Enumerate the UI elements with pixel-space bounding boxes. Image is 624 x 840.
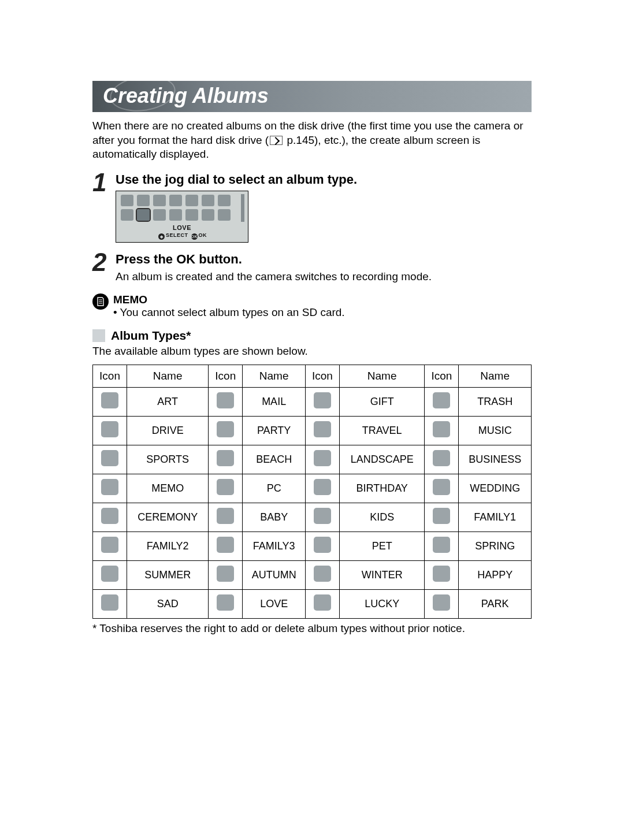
col-header: Name bbox=[243, 365, 306, 388]
col-header: Name bbox=[459, 365, 532, 388]
section-header: Album Types* bbox=[92, 327, 532, 343]
album-icon-cell bbox=[425, 503, 459, 532]
memo-icon bbox=[92, 293, 109, 310]
lcd-ok-label: OK bbox=[199, 232, 207, 238]
album-name-cell: PET bbox=[340, 532, 425, 561]
album-icon-cell bbox=[209, 561, 243, 590]
album-name-cell: LUCKY bbox=[340, 590, 425, 619]
album-icon-cell bbox=[305, 503, 339, 532]
album-type-icon bbox=[433, 450, 450, 466]
album-type-icon bbox=[153, 209, 166, 221]
album-icon-cell bbox=[93, 503, 127, 532]
album-icon-cell bbox=[93, 561, 127, 590]
col-header: Icon bbox=[93, 365, 127, 388]
page-reference-arrow-icon bbox=[270, 136, 283, 145]
album-icon-cell bbox=[209, 445, 243, 474]
album-type-icon bbox=[433, 537, 450, 553]
table-row: FAMILY2FAMILY3PETSPRING bbox=[93, 532, 532, 561]
memo-label: MEMO bbox=[113, 293, 345, 306]
album-icon-cell bbox=[305, 417, 339, 445]
album-type-icon bbox=[185, 195, 198, 206]
col-header: Icon bbox=[305, 365, 339, 388]
album-type-icon bbox=[185, 209, 198, 221]
album-name-cell: GIFT bbox=[340, 388, 425, 417]
album-icon-cell bbox=[93, 590, 127, 619]
album-type-icon bbox=[101, 479, 118, 495]
album-name-cell: BIRTHDAY bbox=[340, 474, 425, 503]
album-icon-cell bbox=[305, 561, 339, 590]
album-type-icon bbox=[314, 594, 331, 611]
album-type-icon bbox=[202, 209, 214, 221]
album-type-icon bbox=[217, 450, 234, 466]
album-name-cell: WEDDING bbox=[459, 474, 532, 503]
album-type-icon bbox=[169, 209, 182, 221]
lcd-controls-hint: ◆SELECT OKOK bbox=[121, 232, 243, 240]
album-icon-cell bbox=[425, 445, 459, 474]
table-footnote: * Toshiba reserves the right to add or d… bbox=[92, 622, 532, 635]
album-icon-cell bbox=[209, 388, 243, 417]
album-type-icon bbox=[314, 479, 331, 495]
intro-text: When there are no created albums on the … bbox=[92, 119, 532, 162]
ok-button-icon: OK bbox=[191, 233, 198, 240]
album-icon-cell bbox=[305, 590, 339, 619]
table-row: SADLOVELUCKYPARK bbox=[93, 590, 532, 619]
section-marker-icon bbox=[92, 329, 105, 342]
album-name-cell: MUSIC bbox=[459, 417, 532, 445]
album-type-icon bbox=[217, 508, 234, 524]
section-intro: The available album types are shown belo… bbox=[92, 345, 532, 358]
album-name-cell: PC bbox=[243, 474, 306, 503]
album-icon-cell bbox=[425, 590, 459, 619]
album-icon-cell bbox=[209, 474, 243, 503]
album-name-cell: BUSINESS bbox=[459, 445, 532, 474]
album-type-icon bbox=[433, 566, 450, 582]
table-header-row: Icon Name Icon Name Icon Name Icon Name bbox=[93, 365, 532, 388]
album-type-icon bbox=[137, 195, 150, 206]
album-name-cell: HAPPY bbox=[459, 561, 532, 590]
album-type-icon bbox=[101, 566, 118, 582]
album-icon-cell bbox=[93, 417, 127, 445]
album-icon-cell bbox=[425, 561, 459, 590]
album-type-icon bbox=[433, 479, 450, 495]
album-name-cell: FAMILY3 bbox=[243, 532, 306, 561]
step-title: Press the OK button. bbox=[116, 252, 532, 267]
lcd-select-label: SELECT bbox=[166, 232, 188, 238]
section-title: Album Types* bbox=[111, 329, 191, 343]
album-icon-cell bbox=[93, 445, 127, 474]
col-header: Name bbox=[127, 365, 209, 388]
memo-block: MEMO • You cannot select album types on … bbox=[92, 293, 532, 319]
jog-dial-icon: ◆ bbox=[158, 233, 165, 240]
album-icon-cell bbox=[209, 417, 243, 445]
lcd-selected-label: LOVE bbox=[121, 224, 243, 231]
lcd-icon-grid bbox=[121, 195, 243, 221]
col-header: Icon bbox=[209, 365, 243, 388]
album-type-icon bbox=[217, 479, 234, 495]
table-row: CEREMONYBABYKIDSFAMILY1 bbox=[93, 503, 532, 532]
album-type-icon bbox=[433, 421, 450, 437]
album-type-icon bbox=[433, 508, 450, 524]
table-row: SPORTSBEACHLANDSCAPEBUSINESS bbox=[93, 445, 532, 474]
album-name-cell: FAMILY2 bbox=[127, 532, 209, 561]
lcd-preview: LOVE ◆SELECT OKOK bbox=[116, 191, 248, 243]
step-number: 2 bbox=[92, 250, 116, 288]
album-type-icon bbox=[314, 537, 331, 553]
album-name-cell: SPRING bbox=[459, 532, 532, 561]
album-name-cell: TRASH bbox=[459, 388, 532, 417]
step-1: 1 Use the jog dial to select an album ty… bbox=[92, 170, 532, 246]
album-icon-cell bbox=[305, 474, 339, 503]
album-name-cell: BEACH bbox=[243, 445, 306, 474]
step-title: Use the jog dial to select an album type… bbox=[116, 172, 532, 187]
album-icon-cell bbox=[305, 445, 339, 474]
album-type-icon bbox=[217, 594, 234, 611]
album-type-icon bbox=[314, 392, 331, 408]
album-name-cell: ART bbox=[127, 388, 209, 417]
album-name-cell: FAMILY1 bbox=[459, 503, 532, 532]
album-type-icon bbox=[217, 566, 234, 582]
album-type-icon bbox=[101, 392, 118, 408]
album-type-icon bbox=[217, 421, 234, 437]
album-type-icon bbox=[217, 392, 234, 408]
album-name-cell: KIDS bbox=[340, 503, 425, 532]
page-title: Creating Albums bbox=[92, 81, 532, 112]
album-type-icon bbox=[101, 594, 118, 611]
album-type-icon bbox=[101, 508, 118, 524]
album-name-cell: SUMMER bbox=[127, 561, 209, 590]
